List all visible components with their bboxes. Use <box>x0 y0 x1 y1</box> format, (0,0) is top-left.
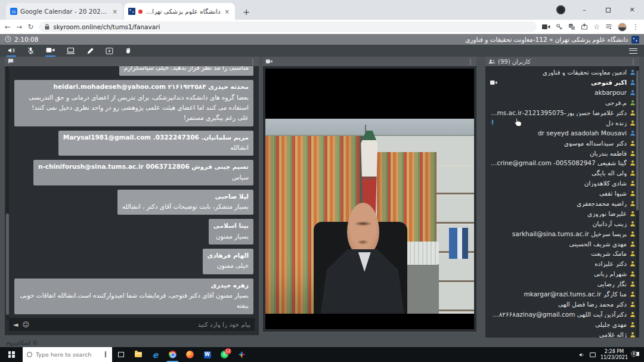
close-window-button[interactable]: ✕ <box>620 0 644 20</box>
user-list-item[interactable]: دکتر علیزاده <box>490 259 636 269</box>
video-camera-icon <box>266 58 273 65</box>
task-view-button[interactable] <box>112 347 129 362</box>
media-player-button[interactable] <box>105 45 114 57</box>
bookmark-star-icon[interactable]: ☆ <box>593 23 600 30</box>
user-name: دکتر محمد رضا فضل الهی <box>558 301 627 308</box>
user-name: مامک شریعت <box>591 250 627 257</box>
close-tab-icon[interactable]: × <box>224 8 231 15</box>
misc-app-button[interactable] <box>233 347 250 362</box>
taskbar-search-input[interactable] <box>36 351 100 358</box>
forward-icon[interactable]: → <box>16 23 22 30</box>
user-status-icon <box>630 231 636 237</box>
tab-skyroom-active[interactable]: دانشگاه علوم پزشکی تهران » 112-معاونت تح… <box>124 3 235 20</box>
chat-menu-icon[interactable]: ⋮ <box>250 58 256 65</box>
chat-scrollbar[interactable] <box>6 67 9 320</box>
user-name: دکتر علیزاده <box>595 260 627 267</box>
translate-icon[interactable]: a <box>568 23 575 30</box>
chat-message-text: بعضا گروه های دانشکده دندانپزشکی، برای ت… <box>19 92 249 123</box>
user-list-item[interactable]: ولی اله بایگی <box>490 168 636 178</box>
close-tab-icon[interactable]: × <box>112 8 119 15</box>
reading-list-icon[interactable] <box>605 23 612 30</box>
user-list-item[interactable]: زینب آردانیان <box>490 218 636 228</box>
misc-app-icon <box>239 351 246 358</box>
user-list-item[interactable]: مهدی شریف الحسینی <box>490 239 636 249</box>
user-list-item[interactable]: شهرام ربانی <box>490 269 636 279</box>
users-panel-header: کاربران (99) ⋮ <box>485 57 639 66</box>
whatsapp-button[interactable]: ✆12 <box>216 347 233 362</box>
word-button[interactable]: W <box>199 347 216 362</box>
user-list-item[interactable]: شادی کلاهدوزان <box>490 178 636 188</box>
edge-button[interactable]: e <box>147 347 164 362</box>
speaker-button[interactable] <box>7 45 16 57</box>
screen-share-button[interactable] <box>66 45 76 57</box>
users-scrollbar[interactable] <box>636 67 639 337</box>
user-list-item[interactable]: مهدی جلیلی <box>490 319 636 329</box>
speaker-mustache <box>357 240 369 245</box>
file-explorer-button[interactable] <box>129 347 147 362</box>
taskbar-clock[interactable]: 2:28 PM 11/23/2021 <box>600 349 628 361</box>
pen-icon[interactable] <box>103 349 108 360</box>
user-list-item[interactable]: دکتر محمد رضا فضل الهی <box>490 299 636 309</box>
chat-scrollbar-thumb[interactable] <box>6 214 9 315</box>
new-tab-button[interactable]: + <box>239 4 254 20</box>
user-list-item[interactable]: akbarpour <box>490 88 636 98</box>
users-scrollbar-thumb[interactable] <box>636 70 639 211</box>
chat-messages[interactable]: مناسبی را مد نظر قرار بدهید. خیلی سپاسگز… <box>5 66 259 315</box>
key-icon[interactable] <box>556 23 563 30</box>
video-menu-icon[interactable]: ⋮ <box>467 58 473 65</box>
action-center-button[interactable]: 8 <box>633 352 639 358</box>
browser-menu-icon[interactable]: ⋮ <box>632 23 639 30</box>
user-list-item[interactable]: ادمین معاونت تحقیقات و فناوری <box>490 67 636 78</box>
firefox-button[interactable] <box>181 347 199 362</box>
user-list-item[interactable]: اکبر فتوحی <box>490 78 636 88</box>
send-message-icon[interactable]: ◄ <box>13 321 18 328</box>
chrome-button[interactable] <box>164 347 181 362</box>
minimize-button[interactable]: – <box>572 0 596 20</box>
whiteboard-pen-button[interactable] <box>86 45 95 57</box>
tab-google-calendar[interactable]: 31 Google Calendar - 20 نوامبر 2021 × <box>6 3 123 20</box>
user-name: راضیه محمدجعفری <box>577 200 627 207</box>
user-name: اکبر فتوحی <box>591 79 627 86</box>
user-list-item[interactable]: زنده دل <box>490 117 636 128</box>
user-list-item[interactable]: راضیه محمدجعفری <box>490 199 636 209</box>
chat-message-input[interactable] <box>33 321 250 328</box>
keyboard-language-icon[interactable] <box>590 352 596 357</box>
app-menu-icon[interactable] <box>629 48 637 54</box>
user-list-item[interactable]: پریسا سرخیل sarkhail@sina.tums.ac.ir <box>490 228 636 239</box>
user-list-item[interactable]: دکتر سیداسداله موسوی <box>490 138 636 148</box>
whatsapp-icon: ✆12 <box>221 351 228 358</box>
user-status-icon <box>630 130 636 136</box>
address-bar[interactable]: skyroom.online/ch/tums1/fanavari <box>39 21 537 32</box>
reload-icon[interactable]: ↻ <box>27 23 33 30</box>
taskbar-search[interactable] <box>23 347 112 362</box>
camera-in-use-icon[interactable] <box>542 24 550 30</box>
user-list-item[interactable]: منا کارگر mkargar@razi.tums.ac.ir <box>490 289 636 299</box>
users-menu-icon[interactable]: ⋮ <box>630 58 636 65</box>
raise-hand-button[interactable] <box>124 45 132 57</box>
microphone-muted-button[interactable] <box>26 45 35 57</box>
camera-button[interactable] <box>45 45 55 57</box>
word-icon: W <box>204 351 211 358</box>
profile-avatar[interactable] <box>618 23 627 32</box>
user-list-item[interactable]: م.فرجی <box>490 98 636 108</box>
user-list-item[interactable]: فاطمه بندریان <box>490 148 636 158</box>
emoji-icon[interactable]: ☺ <box>22 321 29 328</box>
start-button[interactable] <box>0 347 23 362</box>
maximize-button[interactable] <box>596 0 620 20</box>
user-list-item[interactable]: ژاله غلامی <box>490 329 636 338</box>
chat-message: مناسبی را مد نظر قرار بدهید. خیلی سپاسگز… <box>119 66 253 76</box>
chat-message-text: خیلی ممنون <box>208 261 249 271</box>
user-list[interactable]: ادمین معاونت تحقیقات و فناوریاکبر فتوحیa… <box>485 66 639 338</box>
back-icon[interactable]: ← <box>5 23 11 30</box>
user-list-item[interactable]: گیتا شفیعی 0055082947- aflee.endocrine@g… <box>490 158 636 168</box>
user-list-item[interactable]: dr seyeyd asadolah Mousavi <box>490 128 636 138</box>
user-list-item[interactable]: مامک شریعت <box>490 249 636 259</box>
share-icon[interactable] <box>581 23 588 30</box>
user-list-item[interactable]: دکترآذین آیت اللهی ۰۰۶۶۹۶۸۲۶۶۸azinay@gma… <box>490 309 636 319</box>
user-list-item[interactable]: علیرضا نوروزی <box>490 208 636 218</box>
user-list-item[interactable]: دکتر غلامرضا حسن پور-2121395075-npour@tu… <box>490 108 636 118</box>
volume-icon[interactable] <box>578 352 585 358</box>
tab-search-button[interactable] <box>556 5 565 14</box>
user-list-item[interactable]: نگار رضایی <box>490 279 636 289</box>
user-list-item[interactable]: شیوا ثقفی <box>490 188 636 199</box>
